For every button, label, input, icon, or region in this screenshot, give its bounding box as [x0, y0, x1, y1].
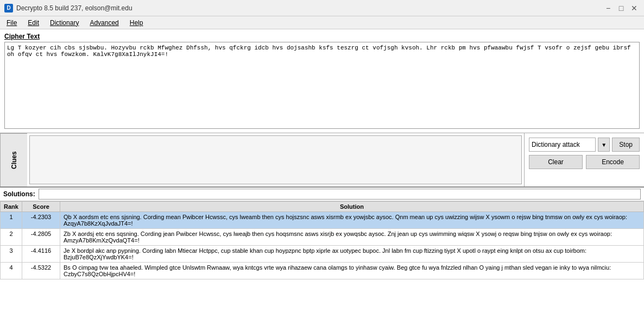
solutions-table: Rank Score Solution 1-4.2303Qb X aordsm …: [0, 201, 644, 279]
clues-section: Clues: [0, 133, 525, 186]
score-cell: -4.2805: [22, 229, 60, 246]
score-cell: -4.2303: [22, 212, 60, 229]
rank-cell: 3: [1, 246, 22, 263]
stop-button[interactable]: Stop: [612, 138, 640, 152]
rank-cell: 4: [1, 263, 22, 279]
menu-edit[interactable]: Edit: [23, 18, 43, 28]
menu-help[interactable]: Help: [125, 18, 148, 28]
score-cell: -4.4116: [22, 246, 60, 263]
clear-button[interactable]: Clear: [529, 155, 583, 169]
clues-content: [29, 135, 522, 184]
title-bar: D Decrypto 8.5 build 237, eolson@mit.edu…: [0, 0, 644, 16]
title-bar-left: D Decrypto 8.5 build 237, eolson@mit.edu: [4, 4, 132, 13]
cipher-label: Cipher Text: [4, 33, 640, 40]
close-button[interactable]: ✕: [629, 3, 640, 14]
maximize-button[interactable]: □: [616, 3, 627, 14]
title-bar-controls: − □ ✕: [603, 3, 640, 14]
rank-cell: 2: [1, 229, 22, 246]
title-bar-title: Decrypto 8.5 build 237, eolson@mit.edu: [16, 4, 132, 12]
solutions-tbody: 1-4.2303Qb X aordsm etc ens sjsning. Cor…: [1, 212, 644, 279]
attack-row: Dictionary attack ▼ Stop: [529, 138, 640, 152]
solutions-header-row: Solutions:: [0, 188, 644, 201]
table-row[interactable]: 3-4.4116Je X bordpl akc anp pypning. Cor…: [1, 246, 644, 263]
menu-bar: File Edit Dictionary Advanced Help: [0, 16, 644, 29]
main-content: Cipher Text Clues Dictionary attack ▼ St…: [0, 29, 644, 336]
col-solution: Solution: [60, 202, 644, 212]
rank-cell: 1: [1, 212, 22, 229]
col-score: Score: [22, 202, 60, 212]
menu-file[interactable]: File: [2, 18, 21, 28]
clues-label: Clues: [0, 133, 27, 186]
table-row[interactable]: 1-4.2303Qb X aordsm etc ens sjsning. Cor…: [1, 212, 644, 229]
solution-cell: Je X bordpl akc anp pypning. Cording lab…: [60, 246, 644, 263]
col-rank: Rank: [1, 202, 22, 212]
score-cell: -4.5322: [22, 263, 60, 279]
cipher-section: Cipher Text: [0, 29, 644, 133]
cipher-textarea[interactable]: [4, 42, 640, 129]
table-row[interactable]: 2-4.2805Zb X aordsj etc ens sqsning. Cor…: [1, 229, 644, 246]
right-panel: Dictionary attack ▼ Stop Clear Encode: [525, 133, 644, 186]
action-row: Clear Encode: [529, 155, 640, 169]
solutions-table-container[interactable]: Rank Score Solution 1-4.2303Qb X aordsm …: [0, 201, 644, 336]
dropdown-arrow-button[interactable]: ▼: [598, 138, 610, 152]
middle-section: Clues Dictionary attack ▼ Stop Clear Enc…: [0, 133, 644, 188]
solution-cell: Qb X aordsm etc ens sjsning. Cording mea…: [60, 212, 644, 229]
solutions-section: Solutions: Rank Score Solution 1-4.2303Q…: [0, 188, 644, 336]
table-row[interactable]: 4-4.5322Bs O cimpag tvw tea ahaeled. Wim…: [1, 263, 644, 279]
menu-dictionary[interactable]: Dictionary: [46, 18, 83, 28]
minimize-button[interactable]: −: [603, 3, 614, 14]
encode-button[interactable]: Encode: [586, 155, 640, 169]
solution-cell: Bs O cimpag tvw tea ahaeled. Wimpled gtc…: [60, 263, 644, 279]
solutions-input[interactable]: [39, 189, 641, 200]
attack-dropdown[interactable]: Dictionary attack: [529, 138, 596, 152]
app-icon: D: [4, 4, 13, 13]
menu-advanced[interactable]: Advanced: [85, 18, 123, 28]
solutions-label: Solutions:: [3, 190, 35, 198]
solution-cell: Zb X aordsj etc ens sqsning. Cording jea…: [60, 229, 644, 246]
